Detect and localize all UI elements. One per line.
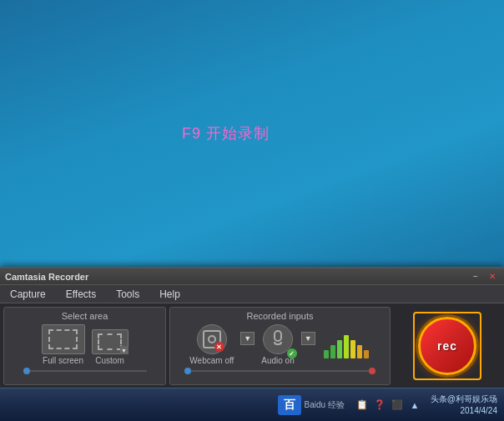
main-content: Select area Full screen ▼	[0, 303, 504, 388]
webcam-lens	[208, 335, 216, 343]
inputs-dot-right	[369, 368, 375, 374]
taskbar-date: 2014/4/24	[461, 405, 498, 417]
minimize-button[interactable]: −	[469, 271, 482, 283]
taskbar-info: 头条@利哥娱乐场 2014/4/24	[431, 393, 497, 417]
meter-bar-7	[364, 350, 369, 358]
taskbar: 百 Baidu 经验 📋 ❓ ⬛ ▲ 头条@利哥娱乐场 2014/4/24	[0, 388, 504, 421]
fullscreen-button[interactable]	[42, 324, 85, 354]
custom-button[interactable]: ▼	[92, 329, 129, 354]
taskbar-user-info: 头条@利哥娱乐场	[431, 393, 497, 405]
taskbar-icon-4[interactable]: ▲	[407, 398, 422, 413]
f9-instruction-text: F9 开始录制	[182, 123, 270, 143]
baidu-label: Baidu 经验	[304, 399, 344, 411]
webcam-off-indicator: ✕	[214, 342, 224, 352]
taskbar-right: 百 Baidu 经验 📋 ❓ ⬛ ▲ 头条@利哥娱乐场 2014/4/24	[278, 393, 497, 417]
baidu-icon: 百	[278, 395, 301, 415]
select-area-label: Select area	[62, 311, 108, 321]
meter-bar-2	[330, 345, 335, 358]
inputs-dot-left	[184, 368, 191, 374]
menu-effects[interactable]: Effects	[63, 287, 99, 302]
fullscreen-option: Full screen	[42, 324, 85, 365]
menu-bar: Capture Effects Tools Help	[0, 285, 504, 303]
fullscreen-preview	[48, 329, 78, 349]
menu-capture[interactable]: Capture	[7, 287, 49, 302]
meter-bar-4	[344, 335, 349, 358]
audio-meter	[322, 330, 370, 360]
custom-dropdown-arrow[interactable]: ▼	[120, 346, 129, 354]
slider-dot-left	[23, 368, 30, 374]
inputs-slider-line	[191, 370, 370, 372]
menu-tools[interactable]: Tools	[113, 287, 143, 302]
audio-button[interactable]: ✓	[263, 324, 293, 354]
record-button-container: rec	[394, 307, 501, 385]
recorded-inputs-controls: ✕ Webcam off ▼	[174, 324, 386, 365]
taskbar-icon-2[interactable]: ❓	[372, 398, 387, 413]
audio-dropdown[interactable]: ▼	[301, 332, 315, 345]
mic-body	[274, 330, 282, 342]
baidu-logo-area: 百 Baidu 经验	[278, 395, 344, 415]
select-area-buttons: Full screen ▼ Custom	[42, 324, 129, 365]
webcam-control: ✕ Webcam off	[189, 324, 234, 365]
record-button[interactable]: rec	[418, 317, 476, 375]
menu-help[interactable]: Help	[156, 287, 184, 302]
select-area-slider[interactable]	[23, 368, 147, 374]
webcam-dropdown[interactable]: ▼	[240, 332, 255, 345]
meter-bar-6	[357, 345, 362, 358]
recorded-inputs-panel: Recorded inputs ✕ Webcam off	[169, 307, 391, 385]
taskbar-icon-1[interactable]: 📋	[355, 398, 370, 413]
webcam-icon: ✕	[203, 330, 221, 348]
desktop: F9 开始录制 Camtasia Recorder − ✕ Capture Ef…	[0, 0, 504, 421]
select-area-panel: Select area Full screen ▼	[3, 307, 166, 385]
inputs-slider[interactable]	[184, 368, 376, 374]
window-title: Camtasia Recorder	[5, 272, 88, 282]
custom-option: ▼ Custom	[92, 329, 129, 365]
taskbar-icons: 📋 ❓ ⬛ ▲	[355, 398, 422, 413]
record-button-wrapper: rec	[413, 312, 481, 380]
webcam-dropdown-arrow[interactable]: ▼	[240, 332, 255, 345]
webcam-label: Webcam off	[189, 356, 234, 365]
meter-bar-5	[350, 340, 355, 358]
audio-dropdown-arrow[interactable]: ▼	[301, 332, 315, 345]
meter-bar-3	[337, 340, 342, 358]
close-button[interactable]: ✕	[486, 271, 499, 283]
capture-window: Camtasia Recorder − ✕ Capture Effects To…	[0, 267, 504, 388]
taskbar-icon-3[interactable]: ⬛	[390, 398, 405, 413]
custom-label: Custom	[95, 356, 123, 365]
slider-line	[30, 370, 147, 372]
title-bar-controls: − ✕	[469, 271, 499, 283]
title-bar: Camtasia Recorder − ✕	[0, 268, 504, 285]
mic-icon	[271, 330, 285, 348]
recorded-inputs-label: Recorded inputs	[246, 311, 313, 321]
audio-on-indicator: ✓	[287, 348, 297, 358]
meter-bar-1	[324, 350, 329, 358]
audio-control: ✓ Audio on	[261, 324, 294, 365]
custom-preview	[98, 333, 122, 350]
mic-stand	[274, 342, 282, 345]
record-button-label: rec	[437, 339, 457, 353]
webcam-button[interactable]: ✕	[197, 324, 227, 354]
fullscreen-label: Full screen	[43, 356, 83, 365]
